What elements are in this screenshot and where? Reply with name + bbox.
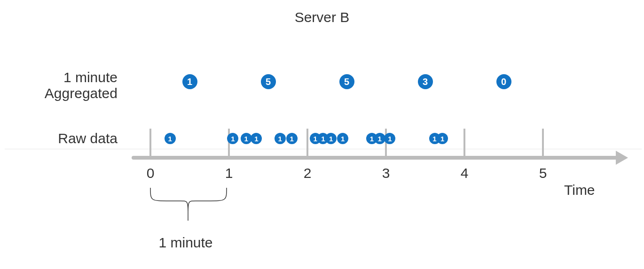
axis-tick-label: 2 [304,165,312,181]
raw-event-dot: 1 [384,133,395,144]
label-aggregated-line2: Aggregated [45,85,118,101]
raw-event-dot: 1 [325,133,337,144]
label-raw: Raw data [0,131,118,146]
axis-tick [306,129,308,156]
raw-event-dot: 1 [286,133,298,144]
aggregated-count-dot: 0 [496,74,511,89]
aggregated-count-dot: 1 [182,74,197,89]
raw-event-dot: 1 [165,133,176,144]
raw-event-dot: 1 [337,133,348,144]
faint-divider [5,149,642,149]
axis-tick-label: 5 [539,165,547,181]
raw-event-dot: 1 [251,133,262,144]
brace-caption: 1 minute [146,235,226,251]
raw-event-dot: 1 [374,133,385,144]
axis-tick [542,129,544,156]
label-aggregated-line1: 1 minute [63,69,118,85]
axis-tick [463,129,465,156]
diagram-title: Server B [0,9,644,25]
time-axis [132,156,616,160]
raw-event-dot: 1 [275,133,286,144]
aggregated-count-dot: 5 [261,74,276,89]
axis-tick-label: 4 [461,165,469,181]
brace-icon [149,188,228,221]
label-aggregated: 1 minute Aggregated [0,69,118,101]
axis-tick-label: 1 [225,165,233,181]
aggregated-count-dot: 5 [339,74,354,89]
axis-tick [149,129,151,156]
axis-label-time: Time [564,182,595,198]
raw-event-dot: 1 [437,133,448,144]
aggregated-count-dot: 3 [418,74,433,89]
axis-tick-label: 3 [382,165,390,181]
raw-event-dot: 1 [241,133,252,144]
axis-tick-label: 0 [147,165,155,181]
raw-event-dot: 1 [227,133,238,144]
